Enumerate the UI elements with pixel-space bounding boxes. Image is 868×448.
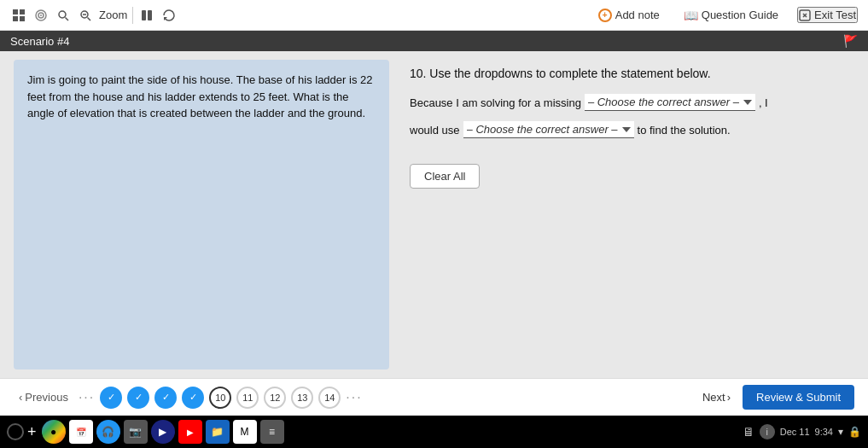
toolbar: Zoom + Add note 📖 Question Guide Exit Te… [0,0,868,31]
review-submit-button[interactable]: Review & Submit [743,385,854,410]
svg-point-7 [59,11,66,18]
info-icon[interactable]: i [760,424,775,439]
q9-check: ✓ [189,392,197,403]
previous-button[interactable]: ‹ Previous [14,387,73,407]
q11-label: 11 [242,393,253,403]
svg-line-8 [66,17,69,20]
flag-icon[interactable]: 🚩 [843,34,858,48]
scenario-header: Scenario #4 🚩 [0,31,868,51]
taskbar-plus-icon[interactable]: + [27,423,37,441]
scenario-title: Scenario #4 [10,35,69,48]
question-circle-12[interactable]: 12 [264,387,286,409]
question-circle-8[interactable]: ✓ [154,387,177,409]
target-icon[interactable] [32,7,50,24]
wifi-icon: ▾ [838,426,843,438]
problem-text: Jim is going to paint the side of his ho… [27,72,376,122]
taskbar-circle [7,423,24,440]
search-icon[interactable] [55,7,72,24]
statement-line-1: Because I am solving for a missing – Cho… [410,94,844,111]
svg-point-6 [40,15,42,16]
line2-before: would use [410,124,460,137]
q13-label: 13 [297,393,307,403]
question-circle-13[interactable]: 13 [291,387,313,409]
svg-rect-13 [148,10,152,20]
line1-after: , I [759,96,768,109]
q8-check: ✓ [162,392,170,403]
q10-label: 10 [215,393,225,403]
svg-rect-3 [20,16,25,21]
taskbar-time: 9:34 [815,427,833,437]
camera-icon[interactable]: 📷 [124,420,148,444]
svg-line-10 [88,17,91,20]
dropdown-1[interactable]: – Choose the correct answer – side angle… [585,94,755,111]
main-content: Scenario #4 🚩 Jim is going to paint the … [0,31,868,378]
prev-chevron-icon: ‹ [19,391,22,404]
dropdown-2[interactable]: – Choose the correct answer – sin cos ta… [463,121,634,138]
q6-check: ✓ [108,392,115,403]
question-circle-11[interactable]: 11 [236,387,259,409]
question-guide-button[interactable]: 📖 Question Guide [679,5,784,26]
next-button[interactable]: Next › [696,387,737,407]
taskbar-right: 🖥 i Dec 11 9:34 ▾ 🔒 [743,424,861,439]
next-label: Next [702,391,725,404]
lock-icon: 🔒 [848,426,861,438]
svg-rect-0 [13,9,18,15]
chrome-icon[interactable]: ● [42,420,66,444]
book-open-icon: 📖 [684,9,698,22]
question-title: 10. Use the dropdowns to complete the st… [410,67,844,80]
nav-dots-left: ··· [79,390,95,405]
svg-rect-2 [13,16,18,21]
question-number: 10. [410,67,426,80]
zoom-out-icon[interactable] [77,7,94,24]
nav-dots-right: ··· [346,390,362,405]
add-note-button[interactable]: + Add note [593,5,665,26]
book-icon[interactable] [138,7,155,24]
question-circle-7[interactable]: ✓ [127,387,149,409]
folder-icon[interactable]: 📁 [206,420,230,444]
question-circle-14[interactable]: 14 [318,387,341,409]
headphones-icon[interactable]: 🎧 [96,420,120,444]
q7-check: ✓ [135,392,143,403]
question-instruction: Use the dropdowns to complete the statem… [429,67,710,80]
question-circle-9[interactable]: ✓ [182,387,204,409]
taskbar-date: Dec 11 [780,427,810,437]
svg-rect-1 [20,9,25,15]
question-circle-10[interactable]: 10 [209,387,231,409]
zoom-label: Zoom [99,9,127,21]
play-icon[interactable]: ▶ [151,420,175,444]
grid-icon[interactable] [10,7,27,24]
mail-icon[interactable]: M [233,420,257,444]
statement-line-2: would use – Choose the correct answer – … [410,121,844,138]
calendar-icon[interactable]: 📅 [69,420,93,444]
clear-all-button[interactable]: Clear All [410,164,480,189]
toolbar-divider [132,7,133,24]
taskbar: + ● 📅 🎧 📷 ▶ ▶ 📁 M ≡ 🖥 i Dec 11 9:34 ▾ 🔒 [0,416,868,448]
bottom-nav: ‹ Previous ··· ✓ ✓ ✓ ✓ 10 11 12 13 14 ··… [0,378,868,416]
content-panels: Jim is going to paint the side of his ho… [0,51,868,378]
question-circle-6[interactable]: ✓ [100,387,122,409]
problem-panel: Jim is going to paint the side of his ho… [14,60,389,369]
question-panel: 10. Use the dropdowns to complete the st… [399,60,854,369]
youtube-icon[interactable]: ▶ [178,420,202,444]
line1-before: Because I am solving for a missing [410,96,581,109]
previous-label: Previous [25,391,68,404]
q14-label: 14 [324,393,335,403]
exit-test-button[interactable]: Exit Test [797,7,858,23]
line2-after: to find the solution. [638,124,731,137]
svg-rect-12 [142,10,146,20]
add-note-icon: + [598,9,612,22]
menu-icon[interactable]: ≡ [260,420,284,444]
toolbar-left: Zoom [10,7,586,24]
screen-icon[interactable]: 🖥 [743,425,754,439]
toolbar-right: + Add note 📖 Question Guide Exit Test [593,5,858,26]
refresh-icon[interactable] [160,7,178,24]
next-chevron-icon: › [727,391,731,404]
q12-label: 12 [270,393,280,403]
